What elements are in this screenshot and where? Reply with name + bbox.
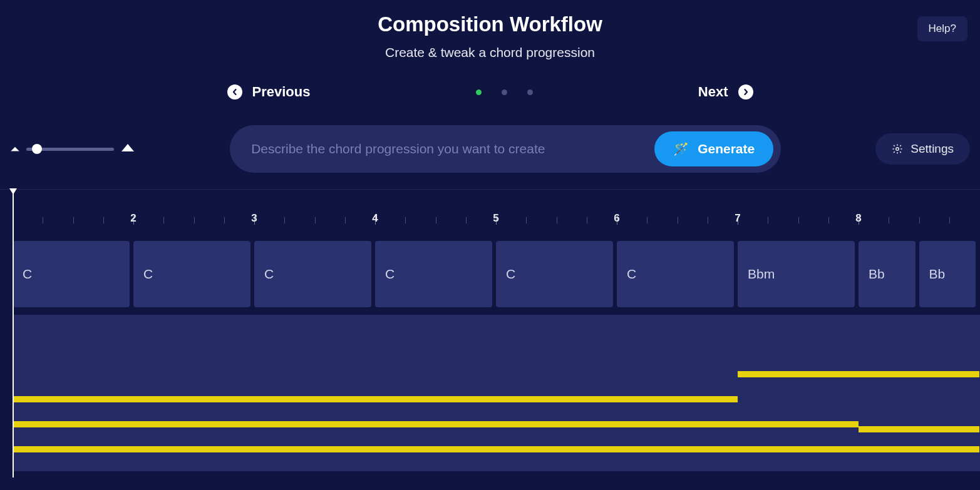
chevron-left-icon <box>227 84 242 100</box>
ruler-tick-beat <box>647 217 647 223</box>
ruler-bar-label: 3 <box>251 212 257 225</box>
next-label: Next <box>698 84 728 100</box>
ruler-bar-label: 7 <box>735 212 740 225</box>
ruler-bar-label: 6 <box>614 212 619 225</box>
chord-track: CCCCCCBbmBbBb <box>13 241 980 307</box>
ruler-tick-beat <box>557 217 557 223</box>
header: Composition Workflow Create & tweak a ch… <box>0 0 980 60</box>
ruler-tick-beat <box>163 217 164 223</box>
zoom-in-icon <box>120 143 135 155</box>
ruler-tick-beat <box>919 217 920 223</box>
chord-block[interactable]: C <box>13 241 130 307</box>
settings-label: Settings <box>910 142 954 156</box>
ruler-bar-label: 2 <box>130 212 136 225</box>
prompt-input[interactable] <box>251 141 644 156</box>
chord-block[interactable]: C <box>254 241 371 307</box>
page-title: Composition Workflow <box>0 13 980 36</box>
ruler-tick-beat <box>405 217 406 223</box>
chord-block[interactable]: C <box>375 241 492 307</box>
chord-block[interactable]: C <box>133 241 250 307</box>
ruler-tick-beat <box>828 217 829 223</box>
ruler-tick-beat <box>768 217 768 223</box>
ruler-tick-beat <box>526 217 527 223</box>
ruler-tick-beat <box>345 217 346 223</box>
ruler-tick-beat <box>315 217 316 223</box>
previous-button[interactable]: Previous <box>227 84 311 100</box>
next-button[interactable]: Next <box>698 84 753 100</box>
ruler-tick-beat <box>798 217 799 223</box>
note[interactable] <box>859 426 979 432</box>
note[interactable] <box>13 446 738 452</box>
ruler-tick-beat <box>194 217 195 223</box>
ruler-tick-beat <box>587 217 587 223</box>
chord-block[interactable]: Bbm <box>738 241 855 307</box>
help-button[interactable]: Help? <box>917 16 967 41</box>
ruler[interactable]: 2345678 <box>13 208 980 238</box>
ruler-tick-beat <box>889 217 889 223</box>
workflow-nav: Previous Next <box>227 84 753 100</box>
note[interactable] <box>13 421 738 427</box>
note[interactable] <box>13 396 738 402</box>
chevron-right-icon <box>738 84 753 100</box>
ruler-tick-beat <box>436 217 436 223</box>
playhead[interactable] <box>13 190 14 477</box>
note[interactable] <box>738 371 979 377</box>
zoom-track[interactable] <box>26 148 114 151</box>
step-indicator <box>476 89 533 95</box>
ruler-tick-beat <box>284 217 285 223</box>
note[interactable] <box>738 421 859 427</box>
step-dot-3[interactable] <box>527 89 533 95</box>
ruler-tick-beat <box>103 217 104 223</box>
chord-block[interactable]: Bb <box>859 241 916 307</box>
note[interactable] <box>738 446 979 452</box>
generate-button[interactable]: 🪄 Generate <box>654 131 773 166</box>
ruler-tick-beat <box>678 217 678 223</box>
step-dot-2[interactable] <box>502 89 507 95</box>
ruler-tick-beat <box>73 217 74 223</box>
chord-block[interactable]: C <box>617 241 734 307</box>
settings-button[interactable]: Settings <box>875 133 970 165</box>
ruler-bar-label: 4 <box>372 212 378 225</box>
chord-block[interactable]: Bb <box>919 241 976 307</box>
controls-row: 🪄 Generate Settings <box>0 125 980 173</box>
ruler-bar-label: 5 <box>493 212 498 225</box>
svg-point-0 <box>896 148 899 151</box>
step-dot-1[interactable] <box>476 89 482 95</box>
gear-icon <box>892 143 903 155</box>
ruler-tick-beat <box>708 217 708 223</box>
page-subtitle: Create & tweak a chord progression <box>0 45 980 60</box>
zoom-slider[interactable] <box>10 143 135 155</box>
ruler-tick-beat <box>949 217 950 223</box>
previous-label: Previous <box>252 84 311 100</box>
timeline: 2345678 CCCCCCBbmBbBb <box>0 189 980 471</box>
zoom-thumb[interactable] <box>32 144 42 154</box>
chord-block[interactable]: C <box>496 241 613 307</box>
ruler-tick-beat <box>43 217 43 223</box>
wand-icon: 🪄 <box>673 141 689 156</box>
ruler-tick-beat <box>224 217 225 223</box>
ruler-tick-beat <box>466 217 467 223</box>
generate-label: Generate <box>698 141 755 156</box>
ruler-bar-label: 8 <box>855 212 861 225</box>
piano-roll[interactable] <box>13 315 980 471</box>
zoom-out-icon <box>10 143 20 155</box>
prompt-container: 🪄 Generate <box>230 125 781 173</box>
